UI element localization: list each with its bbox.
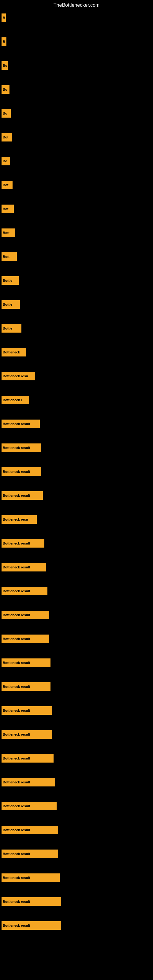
bar-label: Bo bbox=[3, 64, 7, 67]
bar-row: Bot bbox=[2, 181, 153, 189]
bar-row: Bottleneck resu bbox=[2, 515, 153, 524]
bar-label: Bottleneck result bbox=[3, 756, 30, 760]
bar-row: Bo bbox=[2, 109, 153, 118]
bar: Bottleneck result bbox=[2, 563, 46, 571]
bar: Bottleneck result bbox=[2, 897, 61, 906]
bar-row: Bottleneck result bbox=[2, 491, 153, 500]
bar-label: Bottleneck result bbox=[3, 733, 30, 736]
bar: Bottleneck result bbox=[2, 635, 49, 643]
bar-row: Bottle bbox=[2, 324, 153, 332]
bar-row: Bot bbox=[2, 133, 153, 142]
bar-label: Bottleneck result bbox=[3, 613, 30, 617]
bar-row: B bbox=[2, 37, 153, 46]
bar: Bottleneck result bbox=[2, 778, 55, 786]
bar-label: Bo bbox=[3, 88, 7, 91]
bar-label: Bottle bbox=[3, 279, 12, 282]
bar-label: Bottleneck result bbox=[3, 661, 30, 665]
bar: Bo bbox=[2, 157, 10, 165]
bar-label: Bottleneck result bbox=[3, 565, 30, 569]
bar-row: Bottle bbox=[2, 300, 153, 309]
bar-row: Bott bbox=[2, 252, 153, 261]
bar: Bottleneck result bbox=[2, 587, 48, 595]
bar: Bo bbox=[2, 109, 11, 118]
bar-label: Bottleneck result bbox=[3, 637, 30, 641]
bar-row: Bottleneck result bbox=[2, 682, 153, 691]
bar: Bottleneck result bbox=[2, 467, 41, 476]
bar-label: Bottleneck result bbox=[3, 876, 30, 880]
bar: Bottleneck result bbox=[2, 730, 52, 739]
bar: Bottleneck result bbox=[2, 420, 40, 428]
bar-label: Bottleneck result bbox=[3, 828, 30, 832]
bar-row: Bott bbox=[2, 229, 153, 237]
bar-row: Bottleneck result bbox=[2, 563, 153, 571]
bar-label: Bottle bbox=[3, 302, 12, 306]
bar-row: Bottleneck result bbox=[2, 873, 153, 882]
bar: Bottleneck result bbox=[2, 539, 45, 547]
bar-row: Bottleneck result bbox=[2, 826, 153, 834]
bar: Bottleneck result bbox=[2, 491, 43, 500]
bar: Bottleneck result bbox=[2, 826, 58, 834]
bar-row: Bottleneck result bbox=[2, 730, 153, 739]
bar-row: Bottleneck result bbox=[2, 444, 153, 452]
bar: Bottleneck r bbox=[2, 396, 29, 404]
bar-row: Bottleneck result bbox=[2, 587, 153, 595]
bar-label: Bottleneck result bbox=[3, 709, 30, 712]
bar: Bottleneck result bbox=[2, 611, 49, 619]
bar: Bottleneck result bbox=[2, 682, 51, 691]
bar-row: Bottleneck result bbox=[2, 802, 153, 810]
bar-label: Bottleneck result bbox=[3, 852, 30, 856]
site-title: TheBottlenecker.com bbox=[0, 0, 153, 10]
bar: Bottleneck result bbox=[2, 873, 60, 882]
bar: Bottle bbox=[2, 276, 19, 285]
bar-row: Bottleneck result bbox=[2, 754, 153, 762]
bar-label: Bot bbox=[3, 207, 8, 211]
bar-label: Bottleneck result bbox=[3, 685, 30, 689]
bar-row: Bottleneck resu bbox=[2, 372, 153, 380]
bar-label: Bott bbox=[3, 255, 10, 258]
page-wrapper: TheBottlenecker.com BBBoBoBoBotBoBotBotB… bbox=[0, 0, 153, 948]
bar-label: Bottleneck result bbox=[3, 589, 30, 593]
bar-row: Bottleneck result bbox=[2, 659, 153, 667]
bar-label: Bottleneck r bbox=[3, 398, 22, 402]
bar: Bottleneck result bbox=[2, 754, 54, 762]
bars-container: BBBoBoBoBotBoBotBotBottBottBottleBottleB… bbox=[0, 10, 153, 948]
bar-label: Bottleneck result bbox=[3, 900, 30, 904]
bar-label: Bottleneck result bbox=[3, 924, 30, 928]
bar-row: Bottleneck result bbox=[2, 467, 153, 476]
bar-row: Bottleneck bbox=[2, 348, 153, 356]
bar: Bottleneck resu bbox=[2, 372, 35, 380]
bar-row: Bot bbox=[2, 205, 153, 213]
bar: Bottleneck result bbox=[2, 706, 52, 715]
bar-row: Bottleneck result bbox=[2, 850, 153, 858]
bar-row: Bo bbox=[2, 85, 153, 94]
bar: Bottleneck bbox=[2, 348, 26, 356]
bar-label: Bo bbox=[3, 111, 7, 115]
bar-label: Bottleneck result bbox=[3, 446, 30, 450]
bar-label: Bottleneck result bbox=[3, 804, 30, 808]
bar-label: Bottleneck result bbox=[3, 780, 30, 784]
bar: Bottleneck result bbox=[2, 659, 51, 667]
bar: Bott bbox=[2, 252, 17, 261]
bar: Bottle bbox=[2, 300, 20, 309]
bar-label: Bott bbox=[3, 231, 10, 235]
bar-row: Bottle bbox=[2, 276, 153, 285]
bar: Bot bbox=[2, 205, 14, 213]
bar-row: Bottleneck result bbox=[2, 539, 153, 547]
bar-row: Bo bbox=[2, 157, 153, 165]
bar-label: Bottleneck result bbox=[3, 541, 30, 545]
bar: B bbox=[2, 37, 6, 46]
bar-label: Bot bbox=[3, 183, 8, 187]
bar-label: Bottleneck bbox=[3, 350, 20, 354]
bar-label: Bottleneck result bbox=[3, 422, 30, 426]
bar-label: Bottleneck resu bbox=[3, 517, 28, 521]
bar-row: Bottleneck result bbox=[2, 921, 153, 930]
bar-label: Bot bbox=[3, 135, 8, 139]
bar-row: Bottleneck result bbox=[2, 706, 153, 715]
bar: Bo bbox=[2, 61, 8, 70]
bar: Bottleneck result bbox=[2, 921, 61, 930]
bar: Bottleneck result bbox=[2, 444, 41, 452]
bar-row: Bottleneck result bbox=[2, 778, 153, 786]
bar: Bottleneck result bbox=[2, 802, 57, 810]
bar-label: Bottleneck resu bbox=[3, 374, 28, 378]
bar-label: Bottleneck result bbox=[3, 494, 30, 497]
